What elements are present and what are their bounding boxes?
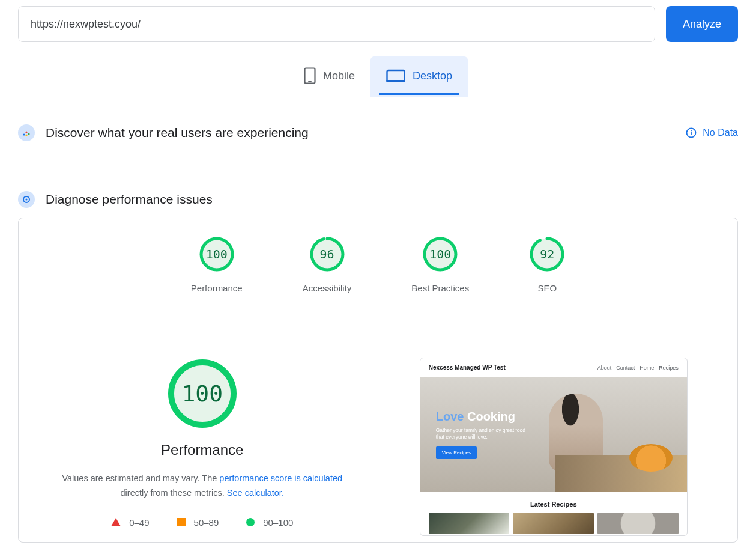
device-tabs: Mobile Desktop bbox=[18, 56, 738, 97]
tab-desktop-label: Desktop bbox=[413, 70, 452, 82]
desktop-icon bbox=[386, 68, 405, 83]
no-data-link[interactable]: No Data bbox=[686, 127, 738, 138]
divider bbox=[18, 157, 738, 157]
score-legend: 0–49 50–89 90–100 bbox=[111, 517, 293, 528]
legend-pass: 90–100 bbox=[246, 517, 293, 528]
performance-detail: 100 Performance Values are estimated and… bbox=[27, 346, 378, 536]
tab-desktop[interactable]: Desktop bbox=[370, 56, 468, 97]
svg-point-12 bbox=[25, 198, 27, 200]
performance-description: Values are estimated and may vary. The p… bbox=[52, 472, 352, 501]
svg-rect-10 bbox=[691, 130, 692, 132]
gauge-performance[interactable]: 100 Performance bbox=[191, 236, 243, 293]
svg-rect-9 bbox=[691, 132, 692, 135]
preview-thumb-3 bbox=[597, 513, 679, 534]
tab-mobile[interactable]: Mobile bbox=[288, 56, 370, 97]
performance-title: Performance bbox=[161, 442, 243, 458]
mobile-icon bbox=[304, 67, 316, 84]
gauge-accessibility-value: 96 bbox=[309, 236, 345, 272]
analyze-button[interactable]: Analyze bbox=[666, 6, 738, 42]
legend-fail: 0–49 bbox=[111, 517, 149, 528]
gauges-row: 100 Performance 96 Accessibility bbox=[27, 236, 729, 309]
discover-section-header: Discover what your real users are experi… bbox=[18, 115, 738, 151]
score-calc-link[interactable]: performance score is calculated bbox=[219, 473, 342, 483]
svg-rect-1 bbox=[308, 81, 312, 82]
svg-point-6 bbox=[28, 133, 29, 135]
preview-site-title: Nexcess Managed WP Test bbox=[429, 364, 506, 371]
diagnose-section-header: Diagnose performance issues bbox=[18, 181, 738, 218]
square-orange-icon bbox=[177, 518, 186, 526]
diagnose-icon bbox=[18, 191, 35, 208]
preview-nav: About Contact Home Recipes bbox=[597, 365, 679, 371]
gauge-performance-label: Performance bbox=[191, 283, 243, 293]
gauge-seo[interactable]: 92 SEO bbox=[529, 236, 565, 293]
gauge-best-practices-value: 100 bbox=[422, 236, 458, 272]
diagnose-title: Diagnose performance issues bbox=[46, 192, 738, 207]
gauge-accessibility[interactable]: 96 Accessibility bbox=[303, 236, 352, 293]
preview-hero: Love Cooking Gather your family and enjo… bbox=[420, 377, 687, 492]
preview-cta-button: View Recipes bbox=[436, 446, 477, 459]
preview-thumb-1 bbox=[429, 513, 510, 534]
gauge-performance-value: 100 bbox=[199, 236, 235, 272]
info-icon bbox=[686, 127, 697, 138]
discover-title: Discover what your real users are experi… bbox=[46, 126, 675, 140]
preview-thumb-2 bbox=[513, 513, 594, 534]
preview-hero-subtitle: Gather your family and enjoy great food … bbox=[436, 427, 526, 441]
gauge-seo-value: 92 bbox=[529, 236, 565, 272]
legend-average: 50–89 bbox=[177, 517, 219, 528]
svg-rect-3 bbox=[386, 80, 405, 82]
lighthouse-card: 100 Performance 96 Accessibility bbox=[18, 218, 738, 543]
big-performance-gauge: 100 bbox=[166, 358, 238, 430]
svg-point-7 bbox=[25, 134, 27, 136]
svg-point-5 bbox=[25, 131, 27, 133]
gauge-accessibility-label: Accessibility bbox=[303, 283, 352, 293]
triangle-red-icon bbox=[111, 518, 121, 526]
svg-rect-2 bbox=[387, 70, 404, 81]
big-performance-value: 100 bbox=[166, 358, 238, 430]
preview-fruit-illustration bbox=[629, 444, 673, 472]
url-input[interactable] bbox=[18, 6, 655, 42]
tab-mobile-label: Mobile bbox=[323, 70, 355, 82]
discover-icon bbox=[18, 124, 35, 141]
circle-green-icon bbox=[246, 518, 255, 526]
gauge-best-practices[interactable]: 100 Best Practices bbox=[411, 236, 469, 293]
preview-latest-heading: Latest Recipes bbox=[420, 492, 687, 513]
svg-point-4 bbox=[23, 133, 25, 135]
gauge-best-practices-label: Best Practices bbox=[411, 283, 469, 293]
site-preview: Nexcess Managed WP Test About Contact Ho… bbox=[420, 358, 688, 536]
no-data-label: No Data bbox=[703, 127, 738, 138]
gauge-seo-label: SEO bbox=[537, 283, 557, 293]
see-calculator-link[interactable]: See calculator. bbox=[227, 488, 284, 498]
preview-thumbnails bbox=[420, 513, 687, 535]
